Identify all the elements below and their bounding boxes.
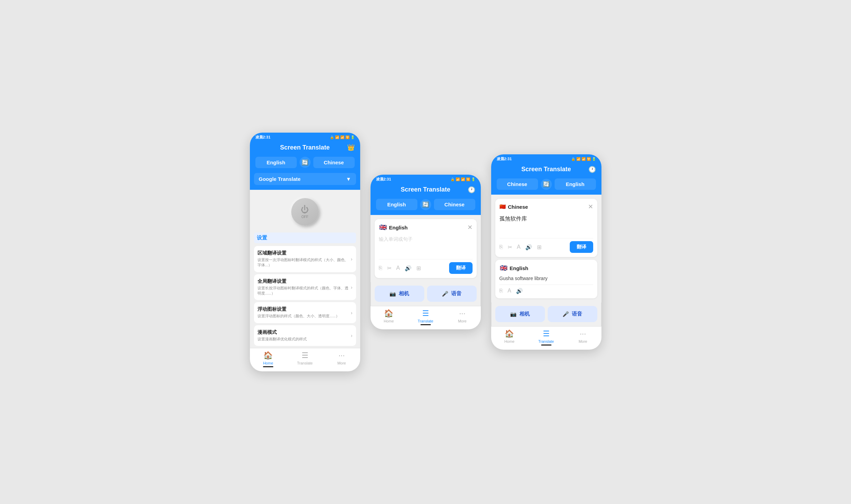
nav-underline-1 xyxy=(263,366,273,367)
swap-btn-3[interactable]: 🔄 xyxy=(541,179,552,190)
font-icon-2[interactable]: A xyxy=(396,265,400,271)
toolbar-icons-2: ⎘ ✂ A 🔊 ⊞ xyxy=(379,265,421,271)
status-bar-2: 凌晨2:31 🔒 📶 📶 🛜 🔋 xyxy=(371,175,481,183)
font-icon-3[interactable]: A xyxy=(517,244,521,250)
lang-from-btn-2[interactable]: English xyxy=(376,199,417,210)
nav-underline-2 xyxy=(421,324,431,325)
translate-area-2: 🇬🇧 English ✕ 输入单词或句子 ⎘ ✂ A 🔊 ⊞ 翻译 xyxy=(371,215,481,282)
settings-header: 设置 xyxy=(254,233,356,243)
phone-body-3: 🇨🇳 Chinese ✕ 孤煞软件库 ⎘ ✂ A 🔊 ⊞ 翻译 xyxy=(491,195,601,302)
audio-icon-2[interactable]: 🔊 xyxy=(405,265,412,271)
more-options-icon-3[interactable]: ⊞ xyxy=(537,244,541,250)
copy-output-icon[interactable]: ⎘ xyxy=(499,288,503,294)
app-title-3: Screen Translate xyxy=(521,166,571,173)
uk-flag-icon: 🇬🇧 xyxy=(379,223,387,232)
status-bar-3: 凌晨2:31 🔒 📶 📶 🛜 🔋 xyxy=(491,154,601,163)
camera-btn-2[interactable]: 📷 相机 xyxy=(375,286,424,302)
translate-area-3: 🇨🇳 Chinese ✕ 孤煞软件库 ⎘ ✂ A 🔊 ⊞ 翻译 xyxy=(491,195,601,302)
mic-icon-2: 🎤 xyxy=(442,291,448,297)
close-icon-3[interactable]: ✕ xyxy=(588,203,593,210)
nav-translate-1[interactable]: ☰ Translate xyxy=(286,351,323,367)
engine-dropdown-1[interactable]: Google Translate ▼ xyxy=(254,173,356,185)
camera-icon-3: 📷 xyxy=(510,311,517,317)
nav-home-2[interactable]: 🏠 Home xyxy=(371,309,407,325)
translate-btn-2[interactable]: 翻译 xyxy=(449,262,473,274)
settings-item-title-2: 浮动图标设置 xyxy=(257,306,351,312)
output-lang-3: 🇬🇧 English xyxy=(499,264,528,272)
settings-item-desc-0: 设置按一次浮动图标时翻译模式的样式（大小、颜色、字体...） xyxy=(257,257,351,268)
status-bar-1: 凌晨2:31 🔒 📶 📶 🛜 🔋 xyxy=(250,133,360,141)
more-options-icon-2[interactable]: ⊞ xyxy=(416,265,421,271)
history-icon-2[interactable]: 🕐 xyxy=(468,186,475,194)
lang-to-btn-2[interactable]: Chinese xyxy=(434,199,475,210)
cut-icon-2[interactable]: ✂ xyxy=(387,265,392,271)
font-output-icon[interactable]: A xyxy=(508,288,511,294)
close-icon-2[interactable]: ✕ xyxy=(467,224,473,231)
home-icon-2: 🏠 xyxy=(384,309,393,318)
settings-item-0[interactable]: 区域翻译设置 设置按一次浮动图标时翻译模式的样式（大小、颜色、字体...） › xyxy=(254,246,356,272)
lang-from-btn-3[interactable]: Chinese xyxy=(497,178,538,190)
voice-btn-3[interactable]: 🎤 语音 xyxy=(548,306,597,322)
nav-translate-2[interactable]: ☰ Translate xyxy=(407,309,444,325)
settings-item-desc-3: 设置漫画翻译优化模式的样式 xyxy=(257,337,351,342)
translate-engine-1: Google Translate ▼ xyxy=(250,173,360,190)
translate-btn-3[interactable]: 翻译 xyxy=(570,241,593,253)
audio-icon-3[interactable]: 🔊 xyxy=(525,244,532,250)
input-text-3[interactable]: 孤煞软件库 xyxy=(499,214,593,235)
nav-home-label-3: Home xyxy=(504,339,514,343)
settings-item-2[interactable]: 浮动图标设置 设置浮动图标的样式（颜色、大小、透明度......） › xyxy=(254,302,356,323)
settings-title: 设置 xyxy=(257,235,267,240)
more-icon-3: ··· xyxy=(580,329,586,338)
nav-translate-3[interactable]: ☰ Translate xyxy=(528,329,565,346)
app-header-1: Screen Translate 👑 xyxy=(250,141,360,155)
lang-to-btn-1[interactable]: Chinese xyxy=(313,157,355,168)
nav-translate-label-1: Translate xyxy=(297,361,313,365)
nav-translate-label-2: Translate xyxy=(418,319,433,323)
history-icon-3[interactable]: 🕐 xyxy=(588,166,596,173)
phone-3: 凌晨2:31 🔒 📶 📶 🛜 🔋 Screen Translate 🕐 Chin… xyxy=(491,154,601,350)
nav-more-label-1: More xyxy=(337,361,346,365)
lang-from-btn-1[interactable]: English xyxy=(255,157,297,168)
app-title-2: Screen Translate xyxy=(401,186,450,193)
card-header-2: 🇬🇧 English ✕ xyxy=(379,223,473,232)
home-icon-1: 🏠 xyxy=(263,351,273,360)
settings-item-title-1: 全局翻译设置 xyxy=(257,278,351,285)
settings-item-desc-1: 设置长按浮动图标时翻译模式的样式（颜色、字体、透明度......） xyxy=(257,286,351,296)
phone-2: 凌晨2:31 🔒 📶 📶 🛜 🔋 Screen Translate 🕐 Engl… xyxy=(371,175,481,329)
power-icon: ⏻ xyxy=(301,205,309,214)
nav-home-3[interactable]: 🏠 Home xyxy=(491,329,528,346)
app-title-1: Screen Translate xyxy=(280,144,330,151)
toolbar-icons-3: ⎘ ✂ A 🔊 ⊞ xyxy=(499,244,542,250)
settings-item-title-0: 区域翻译设置 xyxy=(257,250,351,256)
mic-icon-3: 🎤 xyxy=(563,311,569,317)
output-text-3: Gusha software library xyxy=(499,276,593,281)
nav-more-2[interactable]: ··· More xyxy=(444,309,481,325)
app-header-2: Screen Translate 🕐 xyxy=(371,183,481,197)
nav-more-1[interactable]: ··· More xyxy=(323,351,360,367)
lang-to-btn-3[interactable]: English xyxy=(555,178,596,190)
phone-body-1: ⏻ OFF 设置 区域翻译设置 设置按一次浮动图标时翻译模式的样式（大小、颜色、… xyxy=(250,190,360,348)
audio-output-icon[interactable]: 🔊 xyxy=(516,288,523,294)
cn-flag-icon: 🇨🇳 xyxy=(499,204,506,210)
cut-icon-3[interactable]: ✂ xyxy=(508,244,512,250)
settings-section: 设置 区域翻译设置 设置按一次浮动图标时翻译模式的样式（大小、颜色、字体...）… xyxy=(250,233,360,346)
camera-btn-3[interactable]: 📷 相机 xyxy=(495,306,545,322)
lang-selector-1: English 🔄 Chinese xyxy=(250,155,360,173)
output-toolbar-icons-3: ⎘ A 🔊 xyxy=(499,288,523,294)
swap-btn-1[interactable]: 🔄 xyxy=(300,157,311,168)
power-button[interactable]: ⏻ OFF xyxy=(291,198,319,226)
copy-icon-2[interactable]: ⎘ xyxy=(379,265,382,271)
input-placeholder-2[interactable]: 输入单词或句子 xyxy=(379,235,473,256)
output-toolbar-3: ⎘ A 🔊 xyxy=(499,285,593,294)
phone-1: 凌晨2:31 🔒 📶 📶 🛜 🔋 Screen Translate 👑 Engl… xyxy=(250,133,360,371)
voice-btn-2[interactable]: 🎤 语音 xyxy=(427,286,477,302)
settings-item-3[interactable]: 漫画模式 设置漫画翻译优化模式的样式 › xyxy=(254,325,356,346)
nav-more-3[interactable]: ··· More xyxy=(565,329,601,346)
power-section: ⏻ OFF xyxy=(250,190,360,233)
nav-home-1[interactable]: 🏠 Home xyxy=(250,351,287,367)
settings-item-1[interactable]: 全局翻译设置 设置长按浮动图标时翻译模式的样式（颜色、字体、透明度......）… xyxy=(254,274,356,300)
copy-icon-3[interactable]: ⎘ xyxy=(499,244,503,250)
swap-btn-2[interactable]: 🔄 xyxy=(420,199,431,210)
nav-underline-3 xyxy=(541,344,551,346)
crown-icon: 👑 xyxy=(347,144,355,151)
